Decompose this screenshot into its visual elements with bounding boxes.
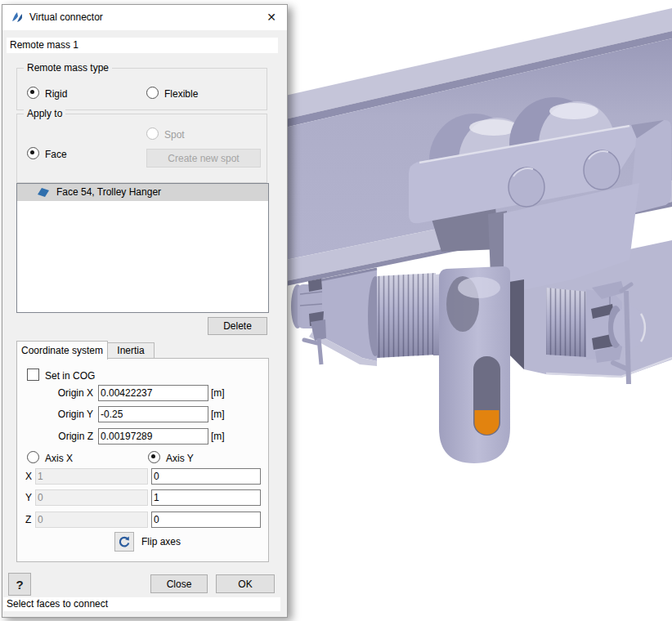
apply-to-group: Apply to Face Spot Create new spot	[16, 114, 267, 183]
origin-x-label: Origin X	[17, 387, 93, 399]
origin-y-unit: [m]	[211, 409, 225, 420]
axis-y-z-input[interactable]	[151, 512, 261, 528]
face-radio[interactable]: Face	[27, 147, 67, 160]
flip-axes-icon	[118, 535, 131, 548]
axis-row-y-label: Y	[25, 492, 32, 503]
ok-button[interactable]: OK	[216, 574, 275, 593]
close-icon[interactable]: ✕	[261, 7, 282, 27]
status-message: Select faces to connect	[3, 597, 280, 611]
origin-z-unit: [m]	[211, 431, 225, 442]
delete-button[interactable]: Delete	[208, 317, 267, 335]
remote-mass-type-group: Remote mass type Rigid Flexible	[16, 68, 267, 110]
face-radio-circle[interactable]	[27, 147, 39, 159]
axis-x-x-input	[35, 468, 148, 485]
create-new-spot-button: Create new spot	[146, 149, 261, 168]
axis-x-radio[interactable]: Axis X	[27, 451, 73, 464]
face-icon	[38, 187, 50, 198]
help-button[interactable]: ?	[8, 573, 31, 596]
coordinate-system-pane: Set in COG Origin X [m] Origin Y [m] Ori…	[16, 358, 269, 562]
axis-y-y-input[interactable]	[151, 489, 261, 506]
trolley-hanger-clevis[interactable]	[439, 266, 510, 463]
axis-y-radio-circle[interactable]	[148, 451, 160, 463]
apply-to-legend: Apply to	[24, 108, 65, 119]
list-item-face[interactable]: Face 54, Trolley Hanger	[17, 184, 268, 201]
axis-y-x-input[interactable]	[151, 468, 261, 485]
application-window: Virtual connector ✕ Remote mass type Rig…	[0, 0, 672, 621]
rigid-radio[interactable]: Rigid	[27, 87, 67, 100]
set-in-cog-box[interactable]	[27, 369, 39, 381]
flip-axes-button[interactable]	[114, 532, 134, 552]
origin-y-input[interactable]	[98, 406, 208, 422]
virtual-connector-icon	[11, 11, 24, 24]
plate-boss-right	[584, 150, 620, 190]
flip-axes-label: Flip axes	[141, 536, 181, 547]
plate-boss-left	[508, 168, 544, 207]
tab-coordinate-system[interactable]: Coordinate system	[16, 341, 108, 360]
origin-y-label: Origin Y	[17, 409, 93, 420]
origin-x-unit: [m]	[211, 387, 225, 399]
axis-x-y-input	[35, 489, 148, 506]
axis-row-z-label: Z	[25, 514, 31, 525]
axis-x-z-input	[35, 512, 148, 528]
set-in-cog-checkbox[interactable]: Set in COG	[27, 369, 95, 382]
axis-y-radio[interactable]: Axis Y	[148, 451, 194, 464]
remote-mass-type-legend: Remote mass type	[24, 62, 112, 74]
tab-inertia[interactable]: Inertia	[107, 342, 155, 360]
selected-face-highlight[interactable]	[475, 410, 500, 435]
connector-name-input[interactable]	[7, 38, 278, 53]
axis-row-x-label: X	[25, 471, 32, 482]
origin-x-input[interactable]	[98, 385, 208, 401]
virtual-connector-dialog: Virtual connector ✕ Remote mass type Rig…	[2, 4, 288, 618]
connected-faces-list[interactable]: Face 54, Trolley Hanger	[16, 183, 269, 313]
spot-radio: Spot	[146, 127, 185, 141]
flexible-radio-circle[interactable]	[146, 87, 159, 99]
close-button[interactable]: Close	[150, 574, 208, 593]
origin-z-input[interactable]	[98, 428, 208, 445]
flexible-radio[interactable]: Flexible	[146, 87, 198, 100]
rigid-radio-circle[interactable]	[27, 87, 39, 99]
face-item-label: Face 54, Trolley Hanger	[56, 184, 161, 201]
spot-radio-circle	[146, 127, 159, 140]
dialog-title: Virtual connector	[29, 11, 103, 23]
dialog-titlebar[interactable]: Virtual connector ✕	[2, 5, 287, 30]
axis-x-radio-circle[interactable]	[27, 451, 39, 463]
origin-z-label: Origin Z	[17, 431, 93, 442]
